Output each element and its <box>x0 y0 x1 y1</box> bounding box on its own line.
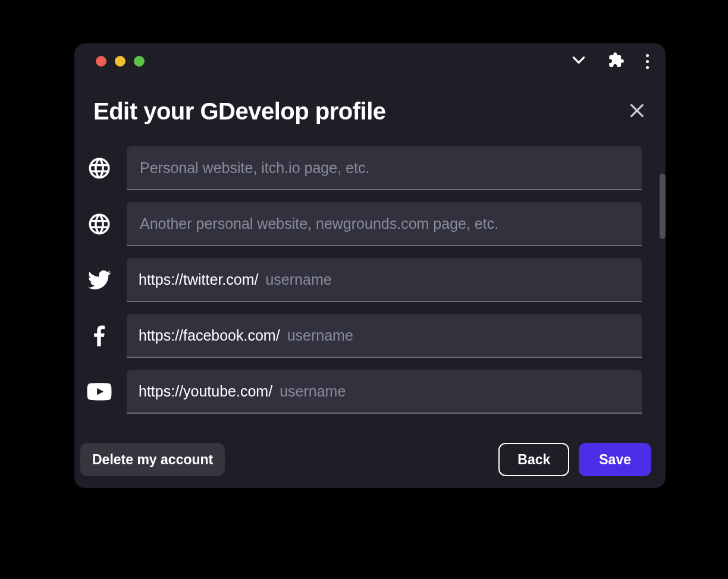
window-minimize-button[interactable] <box>115 56 125 67</box>
website-input-2-wrap[interactable] <box>127 202 642 246</box>
twitter-icon <box>86 267 112 293</box>
facebook-input-wrap[interactable]: https://facebook.com/ <box>127 314 642 358</box>
website-input-1-wrap[interactable] <box>127 146 642 190</box>
save-button[interactable]: Save <box>579 443 651 476</box>
window-titlebar <box>74 43 666 79</box>
globe-icon <box>86 211 112 237</box>
youtube-input-wrap[interactable]: https://youtube.com/ <box>127 370 642 414</box>
dialog-title: Edit your GDevelop profile <box>93 98 386 125</box>
window-close-button[interactable] <box>96 56 106 67</box>
twitter-prefix-label: https://twitter.com/ <box>139 271 258 288</box>
website-input-1[interactable] <box>139 159 630 177</box>
facebook-row: https://facebook.com/ <box>86 314 642 358</box>
globe-icon <box>86 155 112 181</box>
website-row-2 <box>86 202 642 246</box>
twitter-input-wrap[interactable]: https://twitter.com/ <box>127 258 642 302</box>
twitter-input[interactable] <box>264 270 630 289</box>
facebook-icon <box>86 323 112 349</box>
facebook-input[interactable] <box>286 326 630 345</box>
form-area: https://twitter.com/ https://facebook.co… <box>74 130 666 431</box>
delete-account-button[interactable]: Delete my account <box>80 443 225 476</box>
titlebar-actions <box>571 52 654 71</box>
chevron-down-icon[interactable] <box>571 52 586 70</box>
extension-icon[interactable] <box>608 52 625 71</box>
window-zoom-button[interactable] <box>134 56 145 67</box>
website-row-1 <box>86 146 642 190</box>
more-vertical-icon[interactable] <box>646 54 649 69</box>
twitter-row: https://twitter.com/ <box>86 258 642 302</box>
dialog-footer: Delete my account Back Save <box>74 431 666 488</box>
website-input-2[interactable] <box>139 215 630 233</box>
youtube-row: https://youtube.com/ <box>86 370 642 414</box>
facebook-prefix-label: https://facebook.com/ <box>139 327 280 344</box>
dialog-header: Edit your GDevelop profile <box>74 79 666 130</box>
youtube-prefix-label: https://youtube.com/ <box>139 383 272 400</box>
window-controls <box>86 56 145 67</box>
youtube-input[interactable] <box>278 382 630 401</box>
scrollbar-thumb[interactable] <box>660 174 666 239</box>
dialog-window: Edit your GDevelop profile <box>74 43 666 488</box>
close-button[interactable] <box>627 101 647 122</box>
back-button[interactable]: Back <box>498 443 569 476</box>
youtube-icon <box>86 379 112 405</box>
